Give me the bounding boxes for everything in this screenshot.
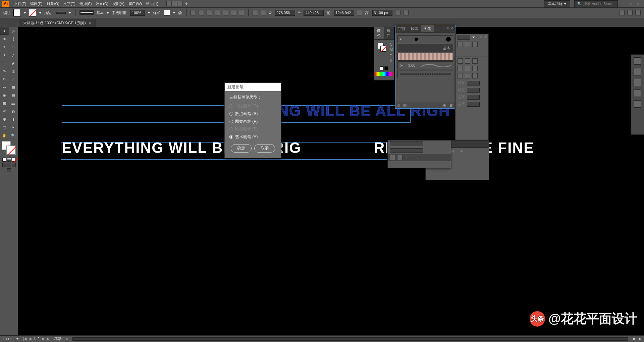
layer-icon-2[interactable] bbox=[397, 155, 402, 160]
black-swatch[interactable] bbox=[384, 66, 388, 70]
maximize-button[interactable]: □ bbox=[629, 2, 634, 6]
tool-rectangle[interactable]: ▭ bbox=[0, 59, 9, 67]
nav-next[interactable]: ▶ bbox=[461, 149, 463, 153]
workspace-switcher[interactable]: 基本功能 bbox=[544, 0, 570, 7]
al-field-2[interactable] bbox=[467, 88, 480, 93]
tool-eyedropper[interactable]: ✐ bbox=[0, 107, 9, 115]
document-tab[interactable]: 未标题-1* @ 100% (CMYK/GPU 预览) ✕ bbox=[19, 19, 96, 27]
al-4[interactable] bbox=[458, 66, 463, 71]
brush-thumb-row[interactable]: • bbox=[397, 35, 453, 43]
stroke-profile-dropdown[interactable] bbox=[106, 12, 109, 14]
character-tab[interactable]: 字符 bbox=[395, 25, 408, 32]
tool-hand[interactable]: ✋ bbox=[0, 131, 9, 139]
artboard-number[interactable]: 1 bbox=[33, 337, 35, 341]
fill-stroke-control[interactable] bbox=[2, 141, 16, 156]
style-dropdown[interactable] bbox=[173, 12, 175, 14]
gpu-icon[interactable] bbox=[177, 1, 182, 6]
screen-mode-icon[interactable] bbox=[7, 168, 11, 172]
radio-scatter[interactable]: 散点画笔 (S) bbox=[229, 110, 276, 118]
al-field-4[interactable] bbox=[467, 102, 480, 107]
layer-icon-1[interactable] bbox=[390, 155, 395, 160]
tool-scale[interactable]: ⤢ bbox=[9, 75, 18, 83]
search-stock[interactable]: 🔍 搜索 Adobe Stock bbox=[574, 0, 618, 7]
scroll-right-icon[interactable]: ▶ bbox=[639, 337, 641, 341]
brushes-tab[interactable]: 画笔 bbox=[421, 25, 434, 32]
dock-icon-5[interactable] bbox=[634, 100, 641, 108]
reference-point-icon[interactable] bbox=[261, 10, 266, 15]
stroke-dropdown[interactable] bbox=[39, 12, 42, 14]
tool-magic-wand[interactable]: ✶ bbox=[0, 35, 9, 43]
minimize-button[interactable]: — bbox=[622, 2, 627, 6]
arrange-icon[interactable] bbox=[172, 1, 177, 6]
tool-selection[interactable]: ▲ bbox=[0, 27, 9, 35]
horizontal-scrollbar[interactable] bbox=[72, 337, 628, 341]
nav-last[interactable]: ▶| bbox=[47, 337, 50, 341]
collapse-icon[interactable]: « bbox=[480, 35, 482, 39]
al-1[interactable] bbox=[458, 58, 463, 64]
new-brush-icon[interactable]: ▣ bbox=[443, 103, 446, 107]
artboard-dropdown[interactable] bbox=[37, 337, 40, 338]
brush-size-row[interactable]: ➤3.00 bbox=[397, 61, 453, 69]
tool-line[interactable]: ╱ bbox=[9, 51, 18, 59]
tool-shaper[interactable]: ✎ bbox=[0, 67, 9, 75]
style-swatch[interactable] bbox=[164, 10, 170, 16]
radio-art[interactable]: 艺术画笔 (A) bbox=[229, 133, 276, 141]
al-field-1[interactable] bbox=[467, 81, 480, 86]
w-field[interactable]: 1243.942 bbox=[334, 10, 354, 16]
align-icon-2[interactable] bbox=[199, 10, 204, 15]
dock-icon-1[interactable] bbox=[634, 57, 641, 65]
brush-charcoal[interactable] bbox=[397, 70, 453, 78]
color-fill-stroke[interactable] bbox=[378, 43, 386, 51]
library-icon[interactable]: ⎙ bbox=[397, 103, 400, 107]
align-icon-1[interactable] bbox=[191, 10, 196, 15]
paragraph-tab[interactable]: 段落 bbox=[408, 25, 421, 32]
link-wh-icon[interactable] bbox=[357, 10, 362, 15]
tool-paintbrush[interactable]: 🖌 bbox=[9, 59, 18, 67]
layer-name-field[interactable] bbox=[390, 141, 423, 146]
al-6[interactable] bbox=[472, 66, 478, 71]
tool-pen[interactable]: ✒ bbox=[0, 43, 9, 51]
al-7[interactable] bbox=[458, 73, 463, 78]
align-icon-5[interactable] bbox=[223, 10, 228, 15]
al-8[interactable] bbox=[465, 73, 470, 78]
pf-icon-3[interactable] bbox=[472, 42, 478, 47]
close-panel-icon[interactable]: ✕ bbox=[484, 35, 487, 39]
fill-swatch[interactable] bbox=[13, 9, 21, 16]
stroke-profile-preview[interactable] bbox=[79, 10, 94, 15]
menu-window[interactable]: 窗口(W) bbox=[126, 1, 144, 6]
dock-icon-2[interactable] bbox=[634, 68, 641, 75]
bridge-icon[interactable] bbox=[166, 1, 172, 6]
tool-lasso[interactable]: ⟆ bbox=[9, 35, 18, 43]
tool-curvature[interactable]: ➰ bbox=[9, 43, 18, 51]
tool-width[interactable]: ⇔ bbox=[0, 83, 9, 91]
menu-help[interactable]: 帮助(H) bbox=[144, 1, 160, 6]
shape-icon-2[interactable] bbox=[403, 10, 409, 15]
tool-gradient[interactable]: ▬ bbox=[9, 99, 18, 107]
tool-zoom[interactable]: 🔍 bbox=[9, 131, 18, 139]
close-tab-icon[interactable]: ✕ bbox=[89, 21, 92, 25]
sync-icon[interactable]: ✈ bbox=[185, 2, 188, 6]
y-field[interactable]: 440.423 bbox=[304, 10, 324, 16]
h-field[interactable]: 31.09 px bbox=[372, 10, 392, 16]
nav-prev[interactable]: ◀ bbox=[29, 337, 31, 341]
spectrum[interactable] bbox=[375, 72, 393, 76]
layer-opts-field[interactable] bbox=[390, 148, 423, 153]
stroke-weight-dropdown[interactable] bbox=[68, 12, 71, 14]
color-tab[interactable]: 颜色 bbox=[374, 27, 384, 39]
scroll-left-icon[interactable]: ◀ bbox=[632, 337, 635, 341]
tool-symbol-sprayer[interactable]: ❋ bbox=[0, 115, 9, 123]
pf-icon-1[interactable] bbox=[458, 42, 463, 47]
none-mode-icon[interactable] bbox=[12, 158, 16, 162]
color-mode-icon[interactable] bbox=[2, 158, 6, 162]
align-icon-7[interactable] bbox=[239, 10, 244, 15]
align-icon-3[interactable] bbox=[207, 10, 212, 15]
brush-options-icon[interactable]: ▤ bbox=[403, 103, 407, 107]
shape-icon-1[interactable] bbox=[395, 10, 400, 15]
tool-shape-builder[interactable]: ◉ bbox=[0, 91, 9, 99]
tool-artboard[interactable]: ▢ bbox=[0, 123, 9, 131]
al-field-3[interactable] bbox=[467, 95, 480, 100]
attributes-tab[interactable]: 属性 bbox=[384, 27, 394, 39]
dock-icon-4[interactable] bbox=[634, 90, 641, 97]
tool-direct-selection[interactable]: ▷ bbox=[9, 27, 18, 35]
fill-dropdown[interactable] bbox=[23, 12, 26, 14]
